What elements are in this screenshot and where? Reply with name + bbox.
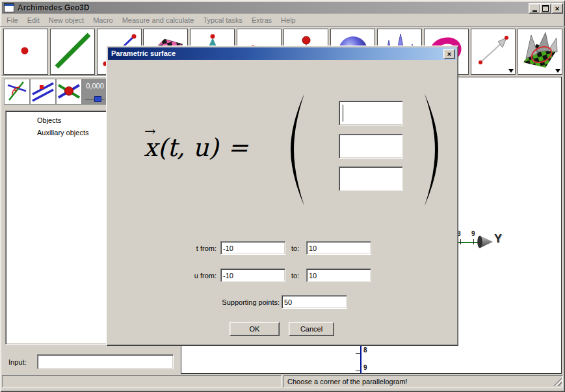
- z-axis-tick-8: 8: [363, 346, 367, 354]
- status-section-message: Choose a corner of the parallelogram!: [283, 375, 563, 387]
- vector-y-component-input[interactable]: [339, 134, 403, 159]
- menu-macro[interactable]: Macro: [88, 15, 118, 25]
- formula-arguments: (t, u): [157, 133, 218, 162]
- chevron-down-icon[interactable]: [555, 69, 560, 73]
- measure-display[interactable]: 0,000: [82, 79, 108, 105]
- vector-icon: [473, 30, 514, 72]
- close-button[interactable]: ×: [551, 3, 563, 14]
- point-icon: [5, 30, 47, 72]
- left-parenthesis: [288, 92, 306, 207]
- menu-typcal-tasks[interactable]: Typcal tasks: [198, 15, 247, 25]
- supporting-points-input[interactable]: [282, 295, 347, 309]
- menu-new-object[interactable]: New object: [44, 15, 88, 25]
- u-to-input[interactable]: [306, 268, 371, 282]
- minimize-button[interactable]: [529, 3, 540, 14]
- menu-file[interactable]: File: [2, 15, 23, 25]
- parallel-lines-tool-button[interactable]: [30, 79, 56, 105]
- formula-equals: =: [228, 133, 248, 162]
- t-from-label: t from:: [174, 244, 217, 253]
- axis-tick: [460, 239, 461, 244]
- maximize-button[interactable]: [540, 3, 551, 14]
- chevron-down-icon[interactable]: [508, 69, 514, 73]
- supporting-points-label: Supporting points:: [182, 298, 280, 307]
- text-caret: [343, 105, 343, 122]
- dialog-title-bar[interactable]: Parametric surface: [108, 47, 456, 60]
- menu-edit[interactable]: Edit: [23, 15, 44, 25]
- ok-button[interactable]: OK: [230, 322, 280, 336]
- axis-tick: [473, 239, 474, 244]
- line-icon: [52, 30, 94, 72]
- slider-handle[interactable]: [94, 96, 101, 102]
- toolbar-point-button[interactable]: [3, 29, 48, 75]
- command-input[interactable]: [37, 354, 174, 369]
- measure-value: 0,000: [83, 82, 107, 90]
- vector-arrow-icon: →: [144, 125, 156, 138]
- t-from-input[interactable]: [220, 241, 285, 255]
- application-icon: [4, 3, 14, 12]
- toolbar-checkered-surface-button[interactable]: [518, 29, 562, 75]
- formula: → x (t, u) =: [144, 127, 248, 168]
- right-parenthesis: [423, 92, 441, 207]
- u-from-input[interactable]: [220, 268, 285, 282]
- t-to-label: to:: [291, 244, 306, 253]
- input-label: Input:: [8, 358, 27, 367]
- toolbar-line-button[interactable]: [50, 29, 95, 75]
- parametric-surface-dialog: Parametric surface × → x (t, u) = t from…: [106, 46, 458, 346]
- checkered-surface-icon: [519, 30, 561, 72]
- menu-bar: File Edit New object Macro Measure and c…: [2, 14, 563, 26]
- axis-tick: [356, 371, 360, 371]
- intersection-tool-button[interactable]: [56, 79, 82, 105]
- status-section-left: [2, 375, 282, 387]
- angle-icon: [6, 80, 28, 102]
- status-message: Choose a corner of the parallelogram!: [287, 378, 408, 385]
- vector-z-component-input[interactable]: [339, 166, 403, 191]
- u-from-label: u from:: [174, 272, 217, 280]
- y-axis-label: Y: [494, 232, 502, 246]
- title-bar: Archimedes Geo3D: [2, 2, 563, 14]
- axis-arrow-cone-icon: [477, 235, 493, 248]
- intersection-icon: [58, 80, 80, 102]
- menu-extras[interactable]: Extras: [247, 15, 276, 25]
- y-axis-tick-9: 9: [471, 230, 475, 237]
- menu-measure-and-calculate[interactable]: Measure and calculate: [118, 15, 199, 25]
- close-icon: ×: [447, 51, 451, 58]
- z-axis-tick-9: 9: [363, 364, 367, 371]
- formula-vector-x: → x: [144, 133, 157, 162]
- resize-grip[interactable]: [553, 378, 562, 386]
- cancel-button[interactable]: Cancel: [289, 322, 334, 336]
- vector-x-component-input[interactable]: [339, 101, 403, 125]
- parallel-lines-icon: [32, 80, 54, 102]
- dialog-title: Parametric surface: [111, 49, 176, 57]
- u-to-label: to:: [291, 272, 306, 280]
- menu-help[interactable]: Help: [276, 15, 300, 25]
- maximize-icon: [542, 5, 549, 12]
- menu-divider: [0, 26, 565, 27]
- window-title: Archimedes Geo3D: [18, 3, 90, 12]
- dialog-close-button[interactable]: ×: [443, 49, 455, 59]
- toolbar-vector-button[interactable]: [471, 29, 516, 75]
- minimize-icon: [532, 10, 537, 12]
- t-to-input[interactable]: [306, 241, 371, 255]
- application-window: Archimedes Geo3D × File Edit New object …: [0, 0, 565, 392]
- angle-tool-button[interactable]: [4, 79, 30, 105]
- axis-tick: [356, 353, 360, 354]
- close-icon: ×: [555, 5, 559, 12]
